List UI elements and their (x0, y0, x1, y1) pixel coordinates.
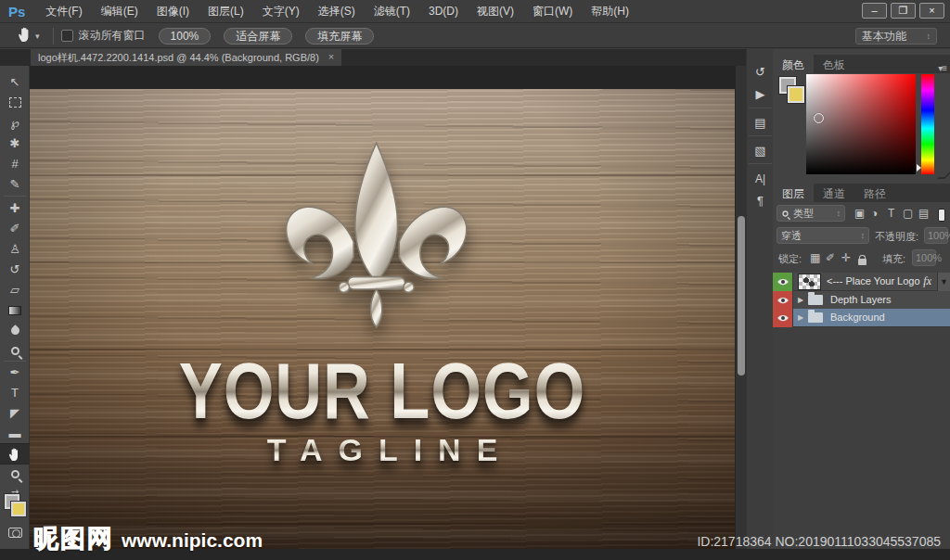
menu-filter[interactable]: 滤镜(T) (365, 0, 419, 23)
fit-screen-button[interactable]: 适合屏幕 (224, 28, 292, 45)
clone-stamp-tool[interactable]: ♙ (0, 239, 30, 259)
eraser-tool[interactable]: ▱ (0, 280, 30, 299)
eye-icon (777, 313, 790, 323)
tab-channels[interactable]: 通道 (814, 184, 854, 202)
gradient-tool[interactable] (0, 300, 30, 320)
workspace-switcher[interactable]: 基本功能 ↕ (855, 28, 937, 45)
type-tool[interactable]: T (0, 383, 30, 402)
move-tool[interactable]: ↖ (0, 72, 30, 92)
menu-view[interactable]: 视图(V) (468, 0, 523, 23)
menu-window[interactable]: 窗口(W) (523, 0, 582, 23)
character-panel-button[interactable]: A| (749, 168, 772, 189)
filter-type-layers-icon[interactable]: T (888, 207, 894, 220)
properties-panel-button[interactable]: ▤ (749, 112, 772, 134)
dodge-tool[interactable] (0, 341, 30, 361)
panel-background-swatch[interactable] (788, 86, 804, 103)
color-panel-menu-icon[interactable]: ▾≡ (938, 63, 946, 73)
group-expand-icon[interactable]: ▶ (798, 296, 803, 304)
layer-visibility-toggle[interactable] (773, 291, 793, 310)
libraries-panel-button[interactable]: ▧ (749, 140, 772, 161)
lock-position-icon[interactable]: ✛ (841, 251, 851, 264)
hand-tool[interactable] (0, 444, 30, 464)
opacity-value-box[interactable]: 100% (924, 227, 948, 244)
filter-pixel-layers-icon[interactable]: ▣ (854, 207, 865, 220)
pen-tool[interactable]: ✒ (0, 363, 30, 382)
tab-swatches[interactable]: 色板 (814, 55, 854, 73)
layer-filter-select[interactable]: 类型 ↕ (777, 205, 845, 222)
background-color-swatch[interactable] (11, 502, 26, 516)
history-brush-tool[interactable]: ↺ (0, 260, 30, 279)
panel-resize-handle[interactable] (937, 172, 950, 179)
lock-transparency-icon[interactable]: ▦ (810, 251, 820, 264)
tool-palette: ↖ ℘ ✱ # ✎ ✚ ✐ ♙ ↺ ▱ ✒ T ◤ ▬ ⇄ (0, 66, 30, 560)
blend-mode-select[interactable]: 穿透 ↕ (777, 227, 869, 244)
document-canvas[interactable]: YOUR LOGO TAGLINE (30, 66, 735, 549)
smart-object-thumbnail[interactable] (798, 274, 821, 290)
workspace-label: 基本功能 (862, 29, 906, 45)
quick-mask-button[interactable] (0, 523, 30, 542)
layer-visibility-toggle[interactable] (773, 273, 793, 291)
fill-screen-button[interactable]: 填充屏幕 (305, 28, 374, 45)
minimize-button[interactable]: – (862, 3, 887, 19)
layer-row-background[interactable]: ▶ Background (773, 309, 950, 327)
close-button[interactable]: × (919, 3, 944, 19)
actions-panel-button[interactable]: ▶ (749, 83, 772, 105)
tab-color[interactable]: 颜色 (773, 55, 814, 73)
document-close-icon[interactable]: × (328, 51, 334, 66)
zoom-tool[interactable] (0, 465, 30, 484)
menu-3d[interactable]: 3D(D) (419, 0, 468, 23)
document-tab[interactable]: logo样机.4472.2200.1414.psd @ 44.4% (Backg… (31, 49, 341, 66)
fill-value-box[interactable]: 100% (912, 249, 936, 266)
filter-smart-object-icon[interactable]: ▤ (918, 207, 929, 220)
path-selection-tool[interactable]: ◤ (0, 403, 30, 423)
fx-collapse-icon[interactable]: ▼ (937, 273, 950, 291)
blend-mode-row: 穿透 ↕ 不透明度: 100% (773, 227, 950, 248)
hue-ramp[interactable] (921, 74, 934, 174)
tool-preset-caret-icon[interactable]: ▾ (35, 32, 40, 41)
layer-fx-badge[interactable]: fx (923, 274, 931, 288)
paragraph-icon: ¶ (757, 194, 764, 208)
brush-tool[interactable]: ✐ (0, 219, 30, 238)
blur-tool[interactable] (0, 321, 30, 340)
image-id-watermark: ID:21718364 NO:20190111033045537085 (697, 534, 941, 549)
group-expand-icon[interactable]: ▶ (798, 313, 803, 322)
menu-help[interactable]: 帮助(H) (582, 0, 638, 23)
filter-toggle-switch[interactable] (938, 209, 945, 222)
healing-brush-tool[interactable]: ✚ (0, 198, 30, 218)
color-picker-cursor[interactable] (814, 113, 824, 123)
crop-tool[interactable]: # (0, 154, 30, 173)
maximize-button[interactable]: ❐ (891, 3, 916, 19)
paragraph-panel-button[interactable]: ¶ (749, 190, 772, 211)
scrollbar-thumb[interactable] (738, 216, 745, 375)
saturation-brightness-field[interactable] (806, 74, 916, 174)
menu-edit[interactable]: 编辑(E) (92, 0, 148, 23)
tab-paths[interactable]: 路径 (854, 184, 895, 202)
hue-cursor-icon[interactable] (917, 164, 921, 172)
marquee-icon (9, 97, 21, 108)
marquee-tool[interactable] (0, 93, 30, 112)
tab-layers[interactable]: 图层 (773, 184, 814, 202)
canvas-vertical-scrollbar[interactable] (735, 66, 746, 549)
zoom-100-button[interactable]: 100% (159, 28, 212, 45)
menu-select[interactable]: 选择(S) (309, 0, 365, 23)
history-panel-button[interactable]: ↺ (749, 61, 772, 83)
eraser-icon: ▱ (10, 283, 19, 297)
layer-row-depth-layers[interactable]: ▶ Depth Layers (773, 291, 950, 310)
lock-all-icon[interactable] (858, 259, 867, 265)
photoshop-logo: Ps (8, 4, 25, 19)
shape-tool[interactable]: ▬ (0, 424, 30, 443)
lasso-tool[interactable]: ℘ (0, 113, 30, 133)
eyedropper-tool[interactable]: ✎ (0, 174, 30, 194)
scroll-all-windows-checkbox[interactable] (61, 30, 73, 42)
layer-visibility-toggle[interactable] (773, 309, 793, 327)
menu-type[interactable]: 文字(Y) (253, 0, 309, 23)
menu-image[interactable]: 图像(I) (148, 0, 199, 23)
quick-selection-tool[interactable]: ✱ (0, 134, 30, 153)
filter-adjustment-layers-icon[interactable]: ◑ (871, 207, 878, 220)
lock-pixels-icon[interactable]: ✐ (826, 251, 835, 264)
menu-layer[interactable]: 图层(L) (199, 0, 253, 23)
layer-row-smart-object[interactable]: <--- Place Your Logo ... fx ▼ (773, 273, 950, 291)
path-selection-icon: ◤ (10, 406, 19, 420)
menu-file[interactable]: 文件(F) (36, 0, 91, 23)
filter-shape-layers-icon[interactable]: ▢ (903, 207, 913, 220)
